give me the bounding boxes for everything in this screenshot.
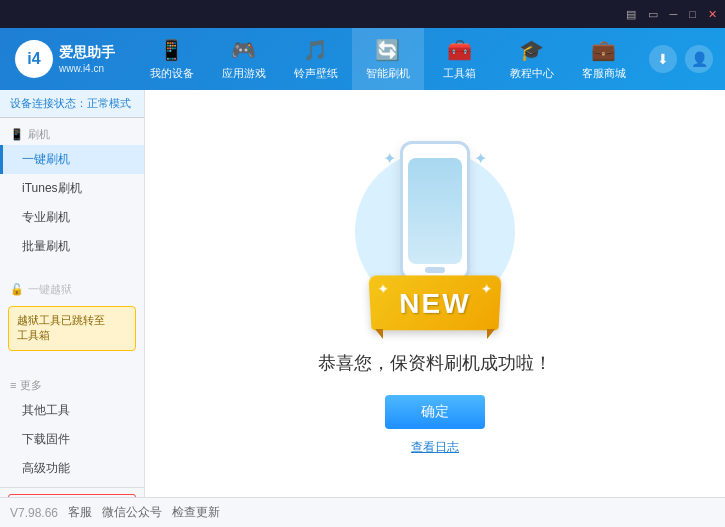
- sidebar-item-download-fw[interactable]: 下载固件: [0, 425, 144, 454]
- device-section: 自动激活 批时间导 📱 iPhone 15 Pro Max 512GB iPho…: [0, 487, 144, 497]
- customer-service-link[interactable]: 客服: [68, 504, 92, 521]
- device-checkboxes: 自动激活 批时间导: [8, 494, 136, 497]
- logo-brand: 爱思助手 www.i4.cn: [59, 43, 115, 74]
- logo-text: i4: [27, 50, 40, 68]
- new-ribbon: ✦ NEW ✦: [368, 275, 501, 330]
- new-ribbon-container: ✦ NEW ✦: [370, 276, 500, 331]
- log-link[interactable]: 查看日志: [411, 439, 459, 456]
- maximize-button[interactable]: □: [685, 6, 700, 22]
- tab-apps-label: 应用游戏: [222, 66, 266, 81]
- content-area: ✦ ✦ ✦ NEW ✦ 恭喜您，保资料刷机成功啦！ 确定: [145, 90, 725, 497]
- sidebar-item-pro-flash[interactable]: 专业刷机: [0, 203, 144, 232]
- tab-smart-flash-label: 智能刷机: [366, 66, 410, 81]
- bottombar: V7.98.66 客服 微信公众号 检查更新: [0, 497, 725, 527]
- main-layout: 设备连接状态：正常模式 📱 刷机 一键刷机 iTunes刷机 专业刷机 批量刷机…: [0, 90, 725, 497]
- section-header-flash: 📱 刷机: [0, 122, 144, 145]
- tab-toolbox[interactable]: 🧰 工具箱: [424, 28, 496, 90]
- ribbon-sparkle-left: ✦: [377, 281, 390, 297]
- version-info: V7.98.66: [10, 506, 58, 520]
- my-device-icon: 📱: [159, 38, 184, 62]
- tab-ringtone-label: 铃声壁纸: [294, 66, 338, 81]
- minimize-button[interactable]: ─: [666, 6, 682, 22]
- close-button[interactable]: ✕: [704, 6, 721, 23]
- more-section-icon: ≡: [10, 379, 16, 391]
- sparkle-left-icon: ✦: [383, 149, 396, 168]
- wechat-link[interactable]: 微信公众号: [102, 504, 162, 521]
- smart-flash-icon: 🔄: [375, 38, 400, 62]
- phone-screen: [408, 158, 462, 264]
- section-header-more: ≡ 更多: [0, 373, 144, 396]
- sidebar-item-advanced[interactable]: 高级功能: [0, 454, 144, 483]
- sidebar-item-other-tools[interactable]: 其他工具: [0, 396, 144, 425]
- sidebar-item-batch-flash[interactable]: 批量刷机: [0, 232, 144, 261]
- sidebar-section-flash: 📱 刷机 一键刷机 iTunes刷机 专业刷机 批量刷机: [0, 118, 144, 265]
- phone-body: [400, 141, 470, 281]
- ribbon-sparkle-right: ✦: [480, 281, 493, 297]
- sidebar-status: 设备连接状态：正常模式: [0, 90, 144, 118]
- section-header-jb: 🔓 一键越狱: [0, 277, 144, 300]
- new-badge-text: NEW: [399, 287, 471, 319]
- tab-ringtone[interactable]: 🎵 铃声壁纸: [280, 28, 352, 90]
- sidebar-section-more: ≡ 更多 其他工具 下载固件 高级功能: [0, 369, 144, 487]
- tab-tutorial[interactable]: 🎓 教程中心: [496, 28, 568, 90]
- status-label: 设备连接状态：: [10, 97, 87, 109]
- tab-service-label: 客服商城: [582, 66, 626, 81]
- logo-circle: i4: [15, 40, 53, 78]
- download-button[interactable]: ⬇: [649, 45, 677, 73]
- flash-section-label: 刷机: [28, 127, 50, 142]
- tab-service[interactable]: 💼 客服商城: [568, 28, 640, 90]
- sidebar-section-jb: 🔓 一键越狱 越狱工具已跳转至工具箱: [0, 273, 144, 361]
- tab-toolbox-label: 工具箱: [443, 66, 476, 81]
- status-value: 正常模式: [87, 97, 131, 109]
- tab-tutorial-label: 教程中心: [510, 66, 554, 81]
- ribbon-fold-left: [375, 329, 383, 339]
- apps-icon: 🎮: [231, 38, 256, 62]
- ringtone-icon: 🎵: [303, 38, 328, 62]
- window-topbar: ▤ ▭ ─ □ ✕: [0, 0, 725, 28]
- ribbon-fold-right: [487, 329, 495, 339]
- battery-icon: ▭: [644, 6, 662, 23]
- check-update-link[interactable]: 检查更新: [172, 504, 220, 521]
- phone-container: ✦ ✦ ✦ NEW ✦: [355, 131, 515, 331]
- jb-section-icon: 🔓: [10, 283, 24, 296]
- nav-tabs: 📱 我的设备 🎮 应用游戏 🎵 铃声壁纸 🔄 智能刷机 🧰 工具箱 🎓 教程中心…: [130, 28, 645, 90]
- success-illustration: ✦ ✦ ✦ NEW ✦: [355, 131, 515, 331]
- wifi-icon: ▤: [622, 6, 640, 23]
- new-ribbon-wrap: ✦ NEW ✦: [355, 276, 515, 331]
- flash-section-icon: 📱: [10, 128, 24, 141]
- tab-my-device-label: 我的设备: [150, 66, 194, 81]
- jb-section-label: 一键越狱: [28, 282, 72, 297]
- tutorial-icon: 🎓: [519, 38, 544, 62]
- confirm-button[interactable]: 确定: [385, 395, 485, 429]
- tab-my-device[interactable]: 📱 我的设备: [136, 28, 208, 90]
- tab-smart-flash[interactable]: 🔄 智能刷机: [352, 28, 424, 90]
- sparkle-right-icon: ✦: [474, 149, 487, 168]
- app-header: i4 爱思助手 www.i4.cn 📱 我的设备 🎮 应用游戏 🎵 铃声壁纸 🔄…: [0, 28, 725, 90]
- sidebar-bottom: 自动激活 批时间导 📱 iPhone 15 Pro Max 512GB iPho…: [0, 487, 144, 497]
- tab-apps[interactable]: 🎮 应用游戏: [208, 28, 280, 90]
- phone-home-button: [425, 267, 445, 273]
- sidebar-item-one-key-flash[interactable]: 一键刷机: [0, 145, 144, 174]
- success-title: 恭喜您，保资料刷机成功啦！: [318, 351, 552, 375]
- sidebar: 设备连接状态：正常模式 📱 刷机 一键刷机 iTunes刷机 专业刷机 批量刷机…: [0, 90, 145, 497]
- service-icon: 💼: [591, 38, 616, 62]
- logo-area: i4 爱思助手 www.i4.cn: [0, 40, 130, 78]
- sidebar-item-itunes-flash[interactable]: iTunes刷机: [0, 174, 144, 203]
- more-section-label: 更多: [20, 378, 42, 393]
- jb-notice: 越狱工具已跳转至工具箱: [8, 306, 136, 351]
- user-button[interactable]: 👤: [685, 45, 713, 73]
- toolbox-icon: 🧰: [447, 38, 472, 62]
- header-right: ⬇ 👤: [645, 45, 725, 73]
